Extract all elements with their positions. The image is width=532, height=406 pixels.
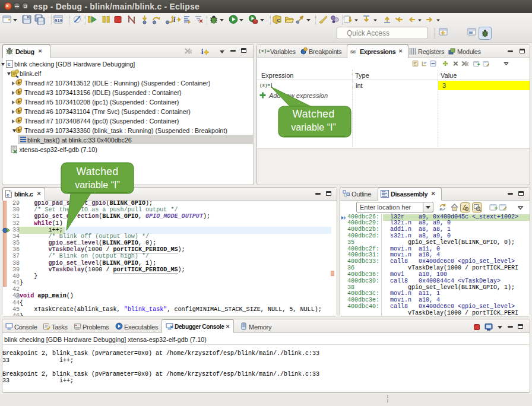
svg-text:Watched: Watched bbox=[292, 108, 334, 120]
svg-text:variable “I”: variable “I” bbox=[291, 122, 336, 132]
svg-text:i: i bbox=[201, 47, 204, 56]
svg-text:c: c bbox=[7, 192, 10, 198]
svg-text:C: C bbox=[277, 18, 280, 23]
svg-text:010: 010 bbox=[55, 18, 62, 23]
svg-text:i: i bbox=[173, 15, 176, 24]
svg-text:c: c bbox=[8, 61, 11, 67]
svg-text:variable “I”: variable “I” bbox=[75, 180, 120, 190]
svg-text:Watched: Watched bbox=[76, 166, 118, 177]
